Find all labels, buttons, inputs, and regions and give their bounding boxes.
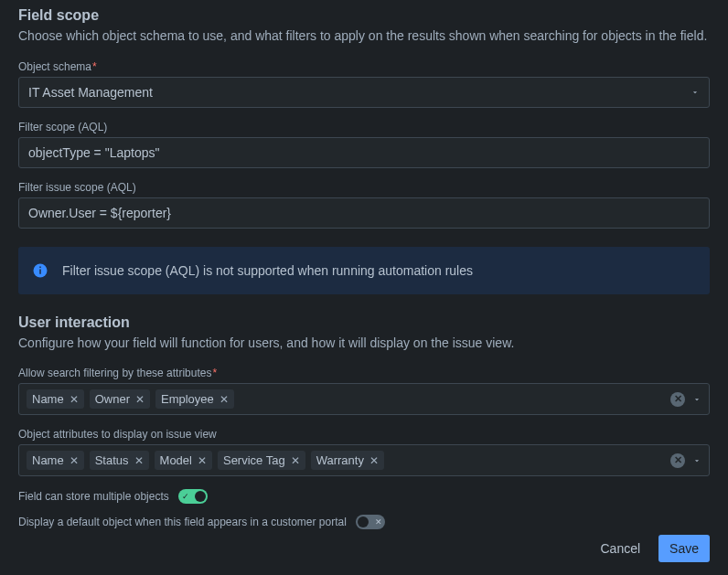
info-icon <box>31 261 49 280</box>
tag: Status✕ <box>90 451 149 470</box>
tag-label: Warranty <box>316 453 364 467</box>
tag-label: Name <box>32 392 64 406</box>
filter-issue-scope-label: Filter issue scope (AQL) <box>18 181 710 194</box>
tag-label: Employee <box>161 392 214 406</box>
remove-tag-icon[interactable]: ✕ <box>198 455 207 466</box>
user-interaction-heading: User interaction <box>18 314 710 331</box>
filter-issue-scope-input[interactable] <box>18 197 710 229</box>
svg-rect-2 <box>39 266 41 268</box>
field-scope-desc: Choose which object schema to use, and w… <box>18 27 710 46</box>
filter-scope-label: Filter scope (AQL) <box>18 121 710 133</box>
remove-tag-icon[interactable]: ✕ <box>291 455 300 466</box>
multi-objects-toggle[interactable]: ✓ <box>178 489 208 504</box>
dialog-footer: Cancel Save <box>589 535 710 562</box>
clear-icon[interactable]: ✕ <box>670 392 685 407</box>
remove-tag-icon[interactable]: ✕ <box>70 455 79 466</box>
required-marker: * <box>92 60 97 73</box>
search-attributes-field[interactable]: Name✕Owner✕Employee✕ ✕ <box>18 383 710 415</box>
allow-search-label: Allow search filtering by these attribut… <box>18 367 710 379</box>
remove-tag-icon[interactable]: ✕ <box>219 394 229 405</box>
info-banner: Filter issue scope (AQL) is not supporte… <box>18 247 710 294</box>
remove-tag-icon[interactable]: ✕ <box>369 455 379 466</box>
object-schema-select[interactable]: IT Asset Management <box>18 77 710 108</box>
tag: Name✕ <box>27 451 84 470</box>
tag-label: Status <box>95 453 129 467</box>
tag-label: Model <box>160 453 192 467</box>
object-attrs-label: Object attributes to display on issue vi… <box>18 428 710 441</box>
multi-toggle-label: Field can store multiple objects <box>18 490 169 503</box>
tag: Warranty✕ <box>311 451 384 470</box>
display-attributes-field[interactable]: Name✕Status✕Model✕Service Tag✕Warranty✕ … <box>18 444 710 476</box>
remove-tag-icon[interactable]: ✕ <box>70 394 79 405</box>
chevron-down-icon <box>691 88 700 97</box>
tag-label: Owner <box>95 392 130 406</box>
default-toggle-label: Display a default object when this field… <box>18 516 347 528</box>
save-button[interactable]: Save <box>658 535 710 562</box>
remove-tag-icon[interactable]: ✕ <box>135 394 145 405</box>
tag-label: Name <box>32 453 64 467</box>
tag-label: Service Tag <box>223 453 285 467</box>
tag: Name✕ <box>27 389 84 409</box>
cancel-button[interactable]: Cancel <box>589 535 651 562</box>
tag: Owner✕ <box>90 389 150 409</box>
object-schema-value: IT Asset Management <box>28 85 153 100</box>
info-banner-text: Filter issue scope (AQL) is not supporte… <box>62 263 473 278</box>
field-scope-heading: Field scope <box>18 7 710 24</box>
chevron-down-icon[interactable] <box>692 395 701 404</box>
filter-scope-input[interactable] <box>18 137 710 168</box>
clear-icon[interactable]: ✕ <box>670 453 685 468</box>
tag: Model✕ <box>155 451 212 470</box>
svg-rect-1 <box>39 269 41 273</box>
object-schema-label: Object schema* <box>18 60 710 73</box>
chevron-down-icon[interactable] <box>692 456 701 465</box>
user-interaction-desc: Configure how your field will function f… <box>18 335 710 353</box>
remove-tag-icon[interactable]: ✕ <box>134 455 144 466</box>
tag: Employee✕ <box>155 389 234 409</box>
required-marker: * <box>212 367 217 379</box>
tag: Service Tag✕ <box>218 451 305 470</box>
default-object-toggle[interactable]: ✕ <box>356 515 385 529</box>
